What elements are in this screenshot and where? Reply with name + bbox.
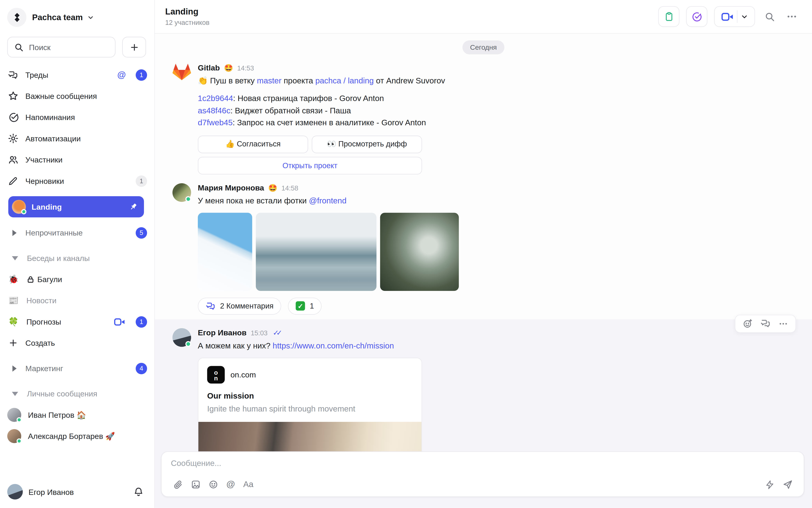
create-label: Создать: [26, 338, 55, 347]
project-link[interactable]: pachca / landing: [315, 76, 374, 85]
tasks-button[interactable]: [658, 6, 679, 27]
sidebar-nav: Треды @ 1 Важные сообщения Напоминания: [0, 57, 154, 447]
check-reaction-icon: ✓: [296, 301, 305, 311]
channel-label: Новости: [27, 296, 56, 305]
reply-in-thread-button[interactable]: [758, 318, 773, 329]
search-input[interactable]: Поиск: [7, 37, 116, 57]
paperclip-icon: [173, 480, 183, 490]
search-in-chat-button[interactable]: [762, 11, 777, 22]
message-egor: Егор Иванов 15:03 ✓✓ А можем как у них? …: [155, 328, 812, 470]
view-diff-button[interactable]: 👀 Просмотреть дифф: [312, 135, 422, 153]
plus-icon: [7, 338, 18, 348]
message-gitlab: Gitlab 🤩 14:53 👏 Пуш в ветку master прое…: [155, 63, 812, 174]
commit-hash-link[interactable]: 1c2b9644: [198, 94, 233, 102]
comments-icon: [206, 301, 215, 311]
pencil-icon: [7, 176, 18, 186]
avatar[interactable]: [172, 328, 191, 346]
preview-description: Ignite the human spirit through movement: [207, 404, 413, 414]
mention-button[interactable]: @: [224, 478, 238, 491]
comments-icon: [760, 318, 771, 329]
comments-button[interactable]: 2 Комментария: [198, 297, 281, 314]
text-format-button[interactable]: Aa: [241, 478, 255, 491]
message-maria: Мария Миронова 🤩 14:58 У меня пока не вс…: [155, 183, 812, 314]
sidebar-item-news[interactable]: 📰 Новости: [3, 290, 149, 311]
current-user-name: Егор Иванов: [28, 487, 74, 496]
section-direct-messages[interactable]: Личные сообщения: [3, 383, 149, 404]
lock-icon: [27, 275, 35, 283]
team-switcher[interactable]: Pachca team: [32, 13, 94, 22]
sidebar-item-create[interactable]: Создать: [3, 332, 149, 353]
chevron-down-icon[interactable]: [740, 13, 748, 20]
sidebar-item-reminders[interactable]: Напоминания: [3, 107, 149, 128]
sidebar-item-automations[interactable]: Автоматизации: [3, 128, 149, 149]
sidebar-item-drafts[interactable]: Черновики 1: [3, 170, 149, 192]
search-placeholder: Поиск: [29, 43, 50, 51]
message-time: 14:58: [281, 184, 298, 192]
more-options-button[interactable]: [784, 11, 800, 22]
sidebar-item-label: Напоминания: [26, 113, 75, 122]
send-button[interactable]: [780, 478, 795, 491]
author-status-emoji: 🤩: [224, 64, 233, 72]
channel-name: Landing: [32, 202, 62, 211]
sidebar-item-landing-active[interactable]: Landing: [8, 196, 144, 217]
threads-icon: [7, 70, 18, 80]
message-more-button[interactable]: [776, 319, 790, 328]
attach-file-button[interactable]: [171, 478, 185, 491]
unread-count-badge: 5: [136, 227, 147, 238]
sidebar-item-dm-alexandr[interactable]: Александр Бортарев 🚀: [3, 425, 149, 447]
message-input[interactable]: Сообщение...: [171, 459, 795, 468]
sidebar-item-label: Треды: [26, 71, 48, 79]
clipboard-icon: [663, 11, 674, 22]
ellipsis-icon: [778, 319, 788, 328]
team-logo-icon[interactable]: [7, 8, 27, 27]
section-channels[interactable]: Беседы и каналы: [3, 247, 149, 268]
chevron-down-icon: [87, 14, 94, 21]
external-link[interactable]: https://www.on.com/en-ch/mission: [273, 341, 394, 350]
photo-skier[interactable]: [198, 212, 252, 291]
photo-cyclist[interactable]: [380, 212, 459, 291]
agree-button[interactable]: 👍 Согласиться: [198, 135, 308, 153]
smiley-icon: [208, 479, 218, 490]
reaction-button[interactable]: ✓ 1: [288, 297, 322, 314]
mention-link[interactable]: @frontend: [309, 196, 347, 205]
emoji-button[interactable]: [206, 478, 220, 491]
reminders-button[interactable]: [686, 6, 707, 27]
channel-avatar: [12, 200, 26, 214]
section-label: Беседы и каналы: [27, 254, 90, 262]
channel-members-count[interactable]: 12 участников: [165, 18, 209, 27]
avatar[interactable]: [172, 183, 191, 202]
author-name[interactable]: Gitlab: [198, 63, 220, 72]
quick-actions-button[interactable]: [763, 478, 777, 491]
sidebar-item-members[interactable]: Участники: [3, 149, 149, 170]
message-text: А можем как у них? https://www.on.com/en…: [198, 339, 422, 351]
sidebar-item-threads[interactable]: Треды @ 1: [3, 64, 149, 85]
photo-surfer[interactable]: [256, 212, 376, 291]
sidebar-item-forecasts[interactable]: 🍀 Прогнозы 1: [3, 311, 149, 332]
dm-label: Александр Бортарев 🚀: [28, 431, 115, 441]
open-project-button[interactable]: Открыть проект: [198, 157, 422, 174]
bell-icon[interactable]: [133, 486, 144, 497]
check-circle-icon: [691, 11, 702, 22]
commit-hash-link[interactable]: as48f46c: [198, 106, 230, 115]
current-user-row[interactable]: Егор Иванов: [0, 477, 154, 508]
team-name: Pachca team: [32, 13, 83, 22]
app-window: Pachca team Поиск Треды @ 1: [0, 0, 812, 508]
add-reaction-button[interactable]: [740, 318, 755, 329]
preview-site: on.com: [231, 370, 256, 379]
sidebar-item-marketing-group[interactable]: Маркетинг 4: [3, 358, 149, 379]
video-call-button[interactable]: [714, 6, 755, 27]
author-name[interactable]: Мария Миронова: [198, 183, 264, 192]
new-chat-button[interactable]: [122, 37, 146, 57]
commit-list: 1c2b9644: Новая страница тарифов - Gorov…: [198, 92, 445, 129]
author-name[interactable]: Егор Иванов: [198, 328, 247, 337]
branch-link[interactable]: master: [257, 76, 281, 85]
sidebar-item-baguli[interactable]: 🐞 Багули: [3, 268, 149, 290]
gitlab-avatar[interactable]: [172, 63, 191, 82]
channel-title: Landing: [165, 7, 209, 16]
sidebar-item-dm-ivan[interactable]: Иван Петров 🏠: [3, 404, 149, 425]
attach-image-button[interactable]: [189, 478, 202, 491]
sidebar-item-important[interactable]: Важные сообщения: [3, 85, 149, 107]
commit-hash-link[interactable]: d7fweb45: [198, 118, 233, 127]
expand-arrow-icon: [12, 391, 18, 396]
sidebar-item-unread-group[interactable]: Непрочитанные 5: [3, 222, 149, 243]
